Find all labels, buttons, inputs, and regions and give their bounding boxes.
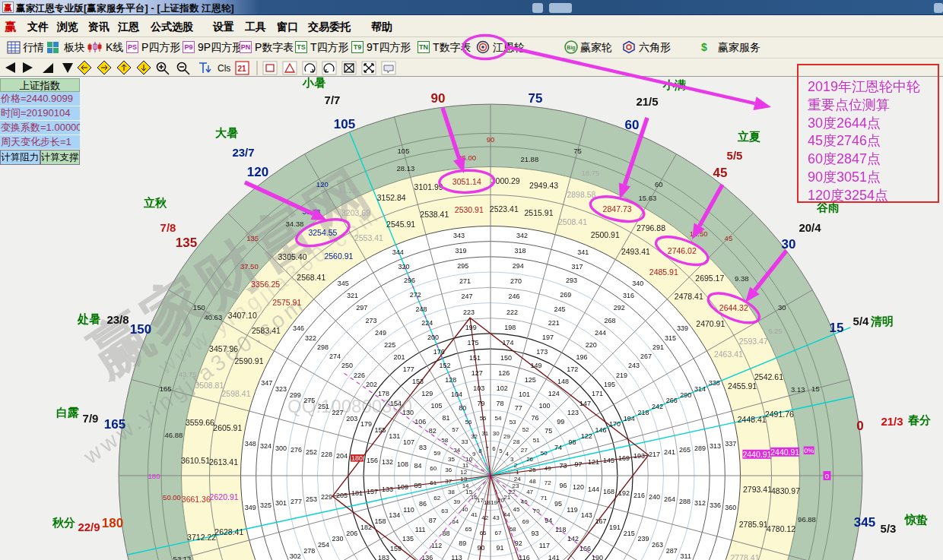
svg-text:119: 119: [567, 506, 577, 514]
svg-text:75: 75: [573, 147, 582, 155]
svg-text:206: 206: [346, 530, 357, 537]
svg-text:7: 7: [485, 445, 489, 452]
svg-text:51: 51: [533, 437, 540, 444]
svg-text:242: 242: [652, 403, 663, 410]
svg-text:2793.41: 2793.41: [743, 485, 772, 494]
svg-text:3559.66: 3559.66: [186, 418, 214, 427]
svg-text:245: 245: [554, 305, 565, 313]
svg-text:122: 122: [581, 432, 592, 440]
svg-text:66: 66: [480, 530, 487, 536]
svg-text:94: 94: [545, 517, 552, 524]
svg-text:173: 173: [536, 348, 548, 356]
svg-text:43: 43: [493, 514, 500, 521]
svg-text:37.50: 37.50: [240, 262, 259, 271]
svg-text:267: 267: [640, 353, 652, 360]
svg-text:18.75: 18.75: [582, 169, 600, 177]
svg-text:47: 47: [526, 489, 533, 495]
svg-text:处暑: 处暑: [77, 312, 100, 325]
svg-text:2613.41: 2613.41: [209, 457, 238, 467]
svg-text:2695.17: 2695.17: [695, 274, 724, 283]
svg-text:65: 65: [465, 526, 472, 533]
svg-text:243: 243: [628, 362, 640, 369]
svg-text:110: 110: [403, 506, 414, 514]
svg-text:180: 180: [351, 454, 363, 462]
svg-text:341: 341: [577, 248, 589, 256]
svg-text:273: 273: [366, 317, 377, 324]
svg-text:177: 177: [403, 365, 414, 373]
svg-text:2796.88: 2796.88: [637, 223, 665, 233]
svg-text:45: 45: [713, 166, 728, 180]
svg-text:104: 104: [451, 391, 462, 398]
svg-text:225: 225: [384, 341, 395, 349]
svg-text:40: 40: [462, 506, 468, 513]
svg-text:126: 126: [498, 369, 510, 377]
svg-text:216: 216: [633, 492, 645, 499]
svg-text:大暑: 大暑: [215, 126, 238, 139]
svg-text:278: 278: [303, 547, 315, 555]
svg-text:2575.91: 2575.91: [272, 298, 301, 307]
svg-text:109: 109: [397, 483, 408, 491]
svg-text:62: 62: [433, 495, 440, 501]
svg-text:203: 203: [346, 415, 357, 422]
svg-text:23: 23: [512, 482, 519, 489]
svg-text:61: 61: [430, 479, 437, 486]
svg-text:132: 132: [382, 458, 393, 466]
svg-text:251: 251: [318, 403, 329, 410]
svg-text:121: 121: [588, 458, 599, 466]
svg-text:271: 271: [459, 277, 471, 285]
svg-text:86: 86: [419, 500, 427, 508]
svg-text:107: 107: [403, 438, 414, 446]
svg-text:2463.41: 2463.41: [714, 350, 743, 359]
svg-text:254: 254: [318, 541, 329, 549]
svg-text:2568.41: 2568.41: [297, 273, 325, 282]
svg-text:343: 343: [453, 232, 465, 239]
svg-text:156: 156: [367, 457, 378, 464]
svg-text:154: 154: [390, 400, 402, 407]
svg-text:2455.91: 2455.91: [728, 381, 757, 391]
svg-text:298: 298: [317, 343, 329, 351]
svg-text:2620.91: 2620.91: [210, 492, 239, 501]
svg-text:53: 53: [510, 419, 516, 426]
svg-text:99: 99: [557, 418, 564, 426]
svg-text:123: 123: [567, 409, 579, 416]
svg-text:2898.58: 2898.58: [567, 190, 595, 199]
svg-text:9.38: 9.38: [735, 274, 749, 283]
svg-text:149: 149: [530, 362, 541, 369]
svg-text:2: 2: [514, 462, 518, 469]
svg-text:小暑: 小暑: [302, 76, 325, 89]
svg-text:11: 11: [462, 462, 469, 469]
svg-text:194: 194: [624, 415, 635, 422]
svg-text:立夏: 立夏: [737, 130, 760, 143]
svg-text:55: 55: [480, 415, 487, 422]
svg-text:113: 113: [451, 554, 462, 560]
svg-text:296: 296: [404, 277, 415, 284]
svg-text:176: 176: [433, 348, 445, 356]
svg-text:247: 247: [461, 293, 472, 300]
svg-text:91: 91: [497, 544, 504, 552]
svg-text:28.13: 28.13: [397, 164, 415, 172]
svg-text:2553.41: 2553.41: [354, 233, 383, 242]
svg-text:29: 29: [503, 433, 510, 440]
svg-text:320: 320: [398, 263, 409, 271]
svg-text:60: 60: [430, 465, 437, 472]
svg-text:78: 78: [497, 400, 504, 407]
svg-text:135: 135: [246, 234, 259, 242]
svg-text:50: 50: [541, 450, 548, 457]
svg-text:106: 106: [414, 418, 426, 426]
svg-text:7/9: 7/9: [83, 412, 99, 425]
svg-text:142: 142: [567, 535, 579, 543]
svg-text:96.88: 96.88: [798, 515, 816, 524]
svg-text:230: 230: [332, 535, 344, 543]
svg-text:6: 6: [492, 445, 496, 452]
svg-text:289: 289: [694, 445, 706, 452]
svg-text:6.25: 6.25: [768, 327, 783, 335]
svg-text:48: 48: [529, 478, 536, 485]
svg-text:44: 44: [503, 511, 510, 518]
svg-text:265: 265: [679, 446, 691, 454]
svg-text:269: 269: [560, 291, 571, 299]
svg-text:182: 182: [360, 524, 372, 531]
svg-text:惊蛰: 惊蛰: [904, 513, 928, 526]
svg-text:197: 197: [542, 334, 554, 341]
svg-text:112: 112: [431, 542, 442, 549]
svg-text:32: 32: [471, 433, 478, 440]
